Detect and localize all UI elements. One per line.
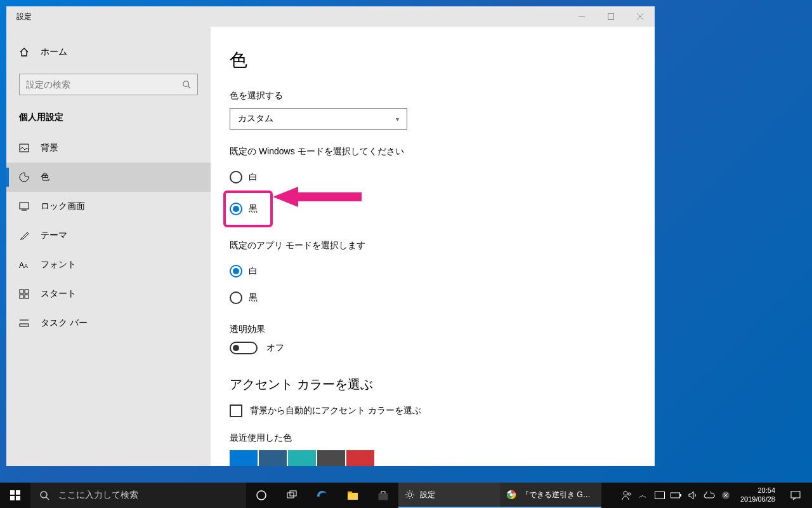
action-center-button[interactable] [783, 490, 808, 500]
search-input[interactable] [26, 79, 182, 90]
color-swatch[interactable] [317, 450, 345, 466]
search-icon [39, 490, 49, 500]
windows-mode-dark[interactable]: 黒 [230, 196, 258, 222]
svg-point-33 [510, 493, 513, 496]
app-mode-label: 既定のアプリ モードを選択します [230, 240, 636, 251]
sidebar-item-start[interactable]: スタート [6, 279, 211, 309]
taskbar-search[interactable]: ここに入力して検索 [30, 483, 246, 508]
start-button[interactable] [0, 483, 30, 508]
taskbar: ここに入力して検索 設定 『できる逆引き Goog... ︿ 20:54 201… [0, 483, 812, 508]
settings-search[interactable] [19, 74, 198, 95]
sidebar-item-lockscreen[interactable]: ロック画面 [6, 192, 211, 221]
auto-accent-label: 背景から自動的にアクセント カラーを選ぶ [250, 405, 421, 417]
svg-point-4 [183, 81, 189, 87]
tray-chevron-icon[interactable]: ︿ [636, 483, 650, 508]
volume-icon[interactable] [686, 483, 700, 508]
svg-rect-7 [20, 203, 29, 209]
svg-line-5 [188, 86, 191, 89]
window-controls [567, 6, 655, 27]
svg-rect-20 [10, 496, 15, 500]
main-content: 色 色を選択する カスタム ▾ 既定の Windows モードを選択してください… [211, 27, 655, 466]
picture-icon [19, 143, 29, 153]
settings-window: 設定 ホーム 個人用設定 背景 色 [6, 6, 655, 466]
home-button[interactable]: ホーム [6, 38, 211, 66]
annotation-highlight: 黒 [223, 190, 273, 227]
home-icon [19, 47, 29, 57]
svg-point-24 [257, 491, 266, 500]
svg-rect-38 [680, 494, 681, 497]
dropdown-value: カスタム [238, 113, 273, 124]
page-title: 色 [230, 48, 636, 72]
color-swatch[interactable] [288, 450, 316, 466]
app-mode-group: 白 黒 [230, 258, 636, 311]
store-button[interactable] [368, 483, 398, 508]
cortana-button[interactable] [246, 483, 277, 508]
taskbar-app-chrome[interactable]: 『できる逆引き Goog... [500, 483, 601, 508]
svg-rect-21 [16, 496, 20, 500]
sidebar-item-themes[interactable]: テーマ [6, 221, 211, 250]
taskview-button[interactable] [277, 483, 307, 508]
taskbar-app-settings[interactable]: 設定 [398, 483, 500, 508]
sidebar-item-label: ロック画面 [41, 201, 85, 212]
svg-rect-27 [348, 493, 358, 500]
windows-mode-label: 既定の Windows モードを選択してください [230, 146, 636, 157]
maximize-button[interactable] [596, 6, 625, 27]
start-icon [19, 289, 29, 299]
sidebar-item-taskbar[interactable]: タスク バー [6, 309, 211, 338]
battery-icon[interactable] [669, 483, 683, 508]
onedrive-icon[interactable] [702, 483, 716, 508]
svg-point-30 [408, 493, 412, 497]
tray-close-icon[interactable] [719, 483, 733, 508]
radio-label: 白 [249, 171, 258, 183]
taskbar-icon [19, 318, 29, 328]
svg-rect-14 [25, 295, 29, 298]
sidebar-item-label: タスク バー [41, 318, 88, 329]
edge-button[interactable] [307, 483, 337, 508]
close-button[interactable] [625, 6, 655, 27]
transparency-toggle-row: オフ [230, 342, 636, 354]
sidebar: ホーム 個人用設定 背景 色 ロック画面 テーマ [6, 27, 211, 466]
radio-icon [230, 203, 242, 215]
auto-accent-checkbox-row[interactable]: 背景から自動的にアクセント カラーを選ぶ [230, 404, 636, 417]
radio-label: 白 [249, 265, 258, 277]
sidebar-item-label: 色 [41, 171, 49, 183]
windows-mode-group: 白 黒 [230, 164, 636, 227]
color-mode-dropdown[interactable]: カスタム ▾ [230, 108, 407, 130]
checkbox-icon [230, 404, 242, 417]
recent-color-swatches [230, 450, 636, 466]
taskbar-clock[interactable]: 20:54 2019/06/28 [735, 486, 780, 504]
home-label: ホーム [41, 46, 67, 58]
transparency-toggle[interactable] [230, 342, 258, 354]
sidebar-item-label: 背景 [41, 142, 58, 154]
svg-rect-13 [20, 295, 23, 298]
svg-text:A: A [24, 263, 28, 269]
keyboard-icon[interactable] [653, 483, 667, 508]
explorer-button[interactable] [337, 483, 368, 508]
sidebar-item-background[interactable]: 背景 [6, 133, 211, 163]
radio-icon [230, 265, 242, 277]
svg-point-35 [628, 493, 631, 495]
color-swatch[interactable] [230, 450, 258, 466]
app-mode-light[interactable]: 白 [230, 258, 636, 284]
sidebar-item-label: フォント [41, 259, 76, 271]
svg-line-23 [46, 497, 49, 500]
taskbar-pinned [246, 483, 398, 508]
svg-point-22 [41, 491, 47, 498]
color-swatch[interactable] [259, 450, 287, 466]
color-swatch[interactable] [346, 450, 374, 466]
sidebar-item-colors[interactable]: 色 [6, 163, 211, 192]
minimize-button[interactable] [567, 6, 596, 27]
svg-rect-15 [20, 324, 29, 326]
svg-rect-42 [791, 491, 800, 498]
window-body: ホーム 個人用設定 背景 色 ロック画面 テーマ [6, 27, 655, 466]
app-mode-dark[interactable]: 黒 [230, 284, 636, 311]
people-icon[interactable] [620, 483, 634, 508]
palette-icon [19, 172, 29, 182]
windows-mode-light[interactable]: 白 [230, 164, 636, 190]
accent-section-title: アクセント カラーを選ぶ [230, 376, 636, 393]
sidebar-item-fonts[interactable]: AA フォント [6, 250, 211, 279]
svg-rect-37 [671, 493, 679, 498]
svg-text:A: A [19, 261, 24, 270]
brush-icon [19, 231, 29, 241]
color-mode-label: 色を選択する [230, 90, 636, 102]
